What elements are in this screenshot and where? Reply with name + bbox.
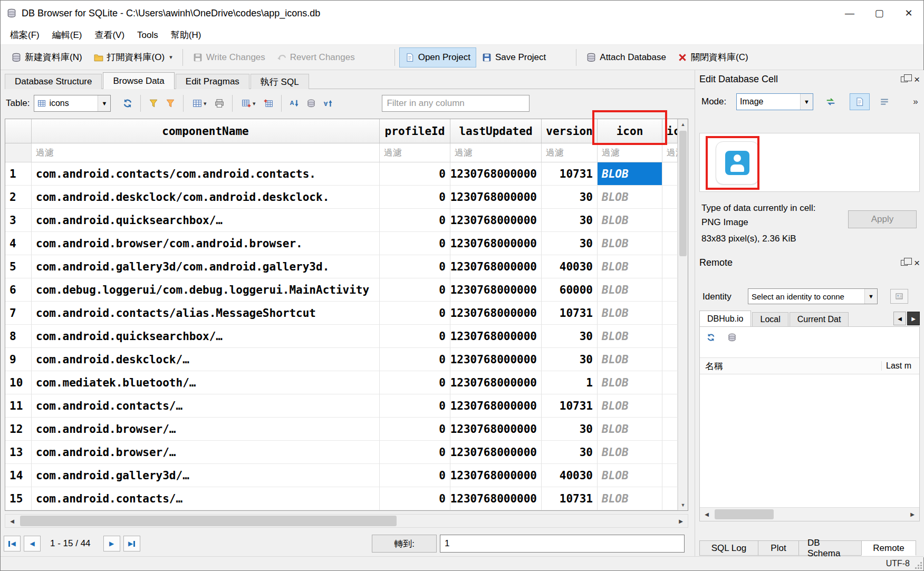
previous-record-button[interactable]: ◀ xyxy=(24,536,41,551)
cell-version[interactable]: 30 xyxy=(542,186,598,209)
image-view-button[interactable] xyxy=(850,93,870,110)
clone-database-button[interactable] xyxy=(724,330,740,345)
column-header-last-modified[interactable]: Last m xyxy=(881,361,919,371)
cell-profileId[interactable]: 0 xyxy=(380,186,450,209)
toolbar-overflow-button[interactable]: » xyxy=(908,93,923,110)
cell-icon-blob[interactable]: BLOB xyxy=(598,441,662,464)
horizontal-scrollbar-thumb[interactable] xyxy=(20,516,397,526)
maximize-button[interactable]: ▢ xyxy=(864,1,894,26)
scroll-right-arrow-icon[interactable]: ▶ xyxy=(674,515,688,527)
tab-browse-data[interactable]: Browse Data xyxy=(103,72,174,89)
row-number[interactable]: 5 xyxy=(5,255,32,278)
chevron-down-icon[interactable]: ▼ xyxy=(800,94,813,110)
row-number[interactable]: 7 xyxy=(5,302,32,325)
row-number[interactable]: 9 xyxy=(5,348,32,371)
cell-componentName[interactable]: com.mediatek.bluetooth/… xyxy=(32,371,380,394)
tab-execute-sql[interactable]: 執行 SQL xyxy=(251,74,309,89)
cell-profileId[interactable]: 0 xyxy=(380,348,450,371)
tab-database-structure[interactable]: Database Structure xyxy=(5,74,102,89)
last-record-button[interactable]: ▶ xyxy=(123,536,140,551)
cell-version[interactable]: 40030 xyxy=(542,464,598,487)
revert-changes-button[interactable]: Revert Changes xyxy=(271,47,361,67)
cell-partial[interactable] xyxy=(662,464,678,487)
cell-icon-blob[interactable]: BLOB xyxy=(598,464,662,487)
refresh-table-button[interactable] xyxy=(119,95,136,112)
filter-input-profileId[interactable]: 過濾 xyxy=(380,143,450,162)
column-header-name[interactable]: 名稱 xyxy=(700,360,881,372)
menu-tools[interactable]: Tools xyxy=(131,27,165,43)
row-number[interactable]: 6 xyxy=(5,278,32,302)
row-number[interactable]: 4 xyxy=(5,232,32,255)
cell-lastUpdated[interactable]: 1230768000000 xyxy=(450,302,542,325)
filter-button[interactable] xyxy=(145,95,162,112)
cell-version[interactable]: 10731 xyxy=(542,394,598,418)
cell-lastUpdated[interactable]: 1230768000000 xyxy=(450,162,542,186)
cell-icon-blob[interactable]: BLOB xyxy=(598,325,662,348)
column-header-profileId[interactable]: profileId xyxy=(380,119,450,143)
chevron-down-icon[interactable]: ▾ xyxy=(169,54,172,61)
cell-version[interactable]: 30 xyxy=(542,348,598,371)
cell-partial[interactable] xyxy=(662,348,678,371)
close-panel-icon[interactable]: × xyxy=(914,74,920,84)
cell-version[interactable]: 10731 xyxy=(542,302,598,325)
row-number[interactable]: 14 xyxy=(5,464,32,487)
undock-panel-icon[interactable] xyxy=(901,76,908,82)
cell-lastUpdated[interactable]: 1230768000000 xyxy=(450,209,542,232)
new-record-button[interactable]: ▾ xyxy=(237,95,260,112)
import-export-data-button[interactable] xyxy=(822,93,840,110)
vertical-scrollbar[interactable]: ▲ ▼ xyxy=(678,119,688,510)
save-results-button[interactable]: ▾ xyxy=(188,95,211,112)
row-number[interactable]: 12 xyxy=(5,418,32,441)
row-number[interactable]: 13 xyxy=(5,441,32,464)
cell-componentName[interactable]: com.android.contacts/… xyxy=(32,487,380,510)
column-header-partial[interactable]: ic xyxy=(662,119,678,143)
sort-descending-button[interactable] xyxy=(320,95,336,112)
chevron-down-icon[interactable]: ▼ xyxy=(864,289,877,304)
chevron-down-icon[interactable]: ▼ xyxy=(98,95,110,111)
mode-selector[interactable]: Image ▼ xyxy=(736,93,813,110)
cell-partial[interactable] xyxy=(662,255,678,278)
cell-version[interactable]: 30 xyxy=(542,209,598,232)
scroll-up-arrow-icon[interactable]: ▲ xyxy=(678,119,688,130)
dock-tab-remote[interactable]: Remote xyxy=(861,540,916,556)
database-record-button[interactable] xyxy=(303,95,320,112)
cell-profileId[interactable]: 0 xyxy=(380,325,450,348)
cell-partial[interactable] xyxy=(662,186,678,209)
cell-partial[interactable] xyxy=(662,232,678,255)
column-header-lastUpdated[interactable]: lastUpdated xyxy=(450,119,542,143)
cell-lastUpdated[interactable]: 1230768000000 xyxy=(450,487,542,510)
print-button[interactable] xyxy=(211,95,228,112)
row-number[interactable]: 15 xyxy=(5,487,32,510)
cell-profileId[interactable]: 0 xyxy=(380,418,450,441)
cell-componentName[interactable]: com.android.contacts/… xyxy=(32,394,380,418)
cell-partial[interactable] xyxy=(662,418,678,441)
cell-partial[interactable] xyxy=(662,209,678,232)
cell-icon-blob[interactable]: BLOB xyxy=(598,302,662,325)
cell-partial[interactable] xyxy=(662,325,678,348)
undock-panel-icon[interactable] xyxy=(901,260,908,266)
cell-lastUpdated[interactable]: 1230768000000 xyxy=(450,394,542,418)
row-number[interactable]: 10 xyxy=(5,371,32,394)
cell-profileId[interactable]: 0 xyxy=(380,209,450,232)
cell-lastUpdated[interactable]: 1230768000000 xyxy=(450,348,542,371)
scroll-left-arrow-icon[interactable]: ◀ xyxy=(5,515,19,527)
cell-version[interactable]: 10731 xyxy=(542,487,598,510)
menu-file[interactable]: 檔案(F) xyxy=(4,26,46,44)
close-panel-icon[interactable]: × xyxy=(914,258,920,268)
menu-edit[interactable]: 編輯(E) xyxy=(46,26,89,44)
cell-version[interactable]: 30 xyxy=(542,325,598,348)
cell-partial[interactable] xyxy=(662,441,678,464)
cell-componentName[interactable]: com.android.gallery3d/com.android.galler… xyxy=(32,255,380,278)
cell-componentName[interactable]: com.android.browser/… xyxy=(32,418,380,441)
column-header-icon[interactable]: icon xyxy=(598,119,662,143)
next-record-button[interactable]: ▶ xyxy=(103,536,120,551)
sort-ascending-button[interactable] xyxy=(286,95,303,112)
cell-lastUpdated[interactable]: 1230768000000 xyxy=(450,232,542,255)
row-number[interactable]: 1 xyxy=(5,162,32,186)
cell-partial[interactable] xyxy=(662,162,678,186)
cell-version[interactable]: 30 xyxy=(542,441,598,464)
cell-profileId[interactable]: 0 xyxy=(380,255,450,278)
dock-tab-plot[interactable]: Plot xyxy=(758,540,799,556)
cell-lastUpdated[interactable]: 1230768000000 xyxy=(450,464,542,487)
cell-icon-blob[interactable]: BLOB xyxy=(598,255,662,278)
